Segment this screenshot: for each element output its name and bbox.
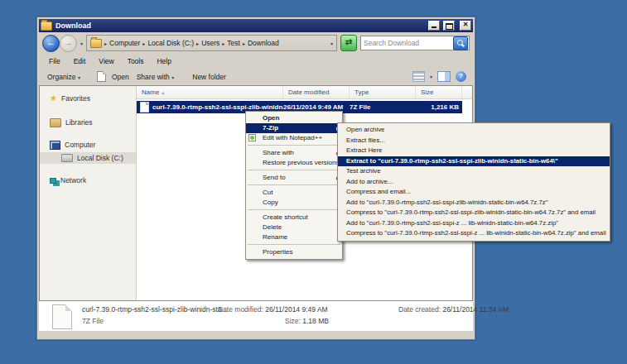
- search-input[interactable]: [361, 39, 453, 47]
- back-button[interactable]: [42, 35, 60, 52]
- views-icon[interactable]: [412, 71, 425, 82]
- breadcrumb-separator-icon: [104, 39, 107, 47]
- submenu-item-compress-to-zip-and-email[interactable]: Compress to "curl-7.39.0-rtmp-ssh2-ssl-s…: [338, 228, 610, 239]
- refresh-icon[interactable]: [340, 35, 357, 51]
- open-file-icon: [97, 71, 106, 82]
- help-icon[interactable]: [456, 71, 466, 82]
- breadcrumb-item-local-disk[interactable]: Local Disk (C:): [147, 39, 194, 47]
- file-size-cell: 1,216 KB: [416, 103, 459, 111]
- file-date-cell: 26/11/2014 9:49 AM: [283, 103, 350, 111]
- breadcrumb-separator-icon: [222, 39, 224, 47]
- breadcrumb-item-test[interactable]: Test: [227, 39, 240, 47]
- sidebar-item-libraries[interactable]: Libraries: [40, 117, 136, 128]
- context-menu-item-delete[interactable]: Delete: [246, 223, 342, 232]
- details-date-created: Date created: 26/11/2014 11:34 AM: [398, 305, 509, 314]
- minimize-button[interactable]: [428, 21, 440, 31]
- views-dropdown-icon[interactable]: ▾: [430, 74, 432, 79]
- context-menu-item-send-to[interactable]: Send to: [246, 173, 342, 183]
- sidebar-item-computer[interactable]: Computer: [40, 139, 136, 151]
- menu-edit[interactable]: Edit: [67, 57, 93, 65]
- column-header-date-modified[interactable]: Date modified: [283, 86, 350, 98]
- breadcrumb[interactable]: Computer Local Disk (C:) Users Test Down…: [86, 35, 337, 51]
- breadcrumb-separator-icon: [243, 39, 245, 47]
- breadcrumb-folder-icon: [90, 39, 102, 48]
- details-file-type: 7Z File: [82, 317, 104, 325]
- breadcrumb-separator-icon: [196, 39, 199, 47]
- preview-pane-icon[interactable]: [437, 71, 451, 82]
- file-name: curl-7.39.0-rtmp-ssh2-ssl-sspi-zlib-wini…: [152, 103, 283, 111]
- notepad-plus-plus-icon: [248, 134, 256, 141]
- submenu-item-compress-to-7z-and-email[interactable]: Compress to "curl-7.39.0-rtmp-ssh2-ssl-s…: [338, 208, 610, 218]
- sidebar-item-network[interactable]: Network: [40, 175, 136, 186]
- column-header-size[interactable]: Size: [416, 86, 462, 98]
- sidebar-item-label: Computer: [65, 141, 95, 149]
- column-headers: Name Date modified Type Size: [137, 86, 472, 99]
- submenu-item-compress-and-email[interactable]: Compress and email...: [338, 187, 610, 198]
- maximize-button[interactable]: [443, 21, 455, 31]
- file-type-cell: 7Z File: [350, 103, 416, 111]
- submenu-item-extract-files[interactable]: Extract files...: [338, 136, 610, 146]
- organize-button[interactable]: Organize ▾: [46, 71, 82, 83]
- column-header-filler: [462, 86, 472, 98]
- search-icon[interactable]: [453, 36, 468, 50]
- nav-history-chevron-icon[interactable]: ▾: [80, 41, 83, 46]
- menu-separator: [248, 184, 340, 185]
- forward-button[interactable]: [60, 35, 77, 52]
- titlebar[interactable]: Download: [39, 19, 473, 32]
- sidebar-item-favorites[interactable]: ★ Favorites: [40, 93, 136, 104]
- context-menu-item-restore-previous-versions[interactable]: Restore previous versions: [246, 158, 342, 168]
- menu-separator: [248, 244, 340, 245]
- context-menu-item-create-shortcut[interactable]: Create shortcut: [246, 213, 342, 223]
- context-menu-item-rename[interactable]: Rename: [246, 232, 342, 242]
- sidebar-item-label: Favorites: [61, 94, 90, 103]
- breadcrumb-separator-icon: [142, 39, 145, 47]
- breadcrumb-item-users[interactable]: Users: [201, 39, 219, 47]
- menu-tools[interactable]: Tools: [121, 57, 151, 65]
- menu-view[interactable]: View: [92, 57, 120, 65]
- menu-file[interactable]: File: [42, 57, 67, 65]
- close-button[interactable]: [460, 21, 471, 31]
- menu-separator: [248, 170, 340, 170]
- sort-ascending-icon: [162, 89, 164, 96]
- open-button[interactable]: Open: [110, 71, 131, 83]
- context-menu-item-cut[interactable]: Cut: [246, 188, 342, 198]
- address-bar: ▾ Computer Local Disk (C:) Users Test Do…: [39, 32, 473, 54]
- context-menu-item-edit-with-notepadpp[interactable]: Edit with Notepad++: [246, 133, 342, 143]
- command-toolbar: Organize ▾ Open Share with ▾ New folder …: [39, 68, 473, 85]
- submenu-item-extract-to[interactable]: Extract to "curl-7.39.0-rtmp-ssh2-ssl-ss…: [338, 156, 610, 167]
- context-menu: Open 7-Zip Edit with Notepad++ Share wit…: [245, 111, 343, 260]
- desktop: Download ▾ Computer Local Disk (C:) User…: [0, 0, 627, 364]
- menu-help[interactable]: Help: [150, 57, 177, 65]
- navigation-pane: ★ Favorites Libraries Computer Local Dis…: [40, 86, 137, 300]
- sidebar-item-label: Libraries: [65, 118, 93, 127]
- breadcrumb-item-download[interactable]: Download: [248, 39, 279, 47]
- window-folder-icon: [41, 22, 52, 31]
- 7zip-submenu: Open archive Extract files... Extract He…: [337, 122, 610, 242]
- file-preview-icon: [52, 304, 72, 329]
- breadcrumb-item-computer[interactable]: Computer: [109, 39, 140, 47]
- computer-icon: [50, 141, 60, 150]
- context-menu-item-open[interactable]: Open: [246, 113, 342, 123]
- sidebar-item-local-disk[interactable]: Local Disk (C:): [40, 152, 136, 164]
- column-header-name[interactable]: Name: [137, 86, 283, 98]
- submenu-item-add-to-zip[interactable]: Add to "curl-7.39.0-rtmp-ssh2-ssl-sspi-z…: [338, 218, 610, 229]
- search-box: [360, 36, 470, 50]
- submenu-item-open-archive[interactable]: Open archive: [338, 125, 610, 136]
- submenu-item-add-to-archive[interactable]: Add to archive...: [338, 177, 610, 188]
- menu-separator: [248, 145, 340, 146]
- share-with-button[interactable]: Share with ▾: [135, 71, 176, 83]
- context-menu-item-properties[interactable]: Properties: [246, 247, 342, 257]
- address-dropdown-icon[interactable]: ▾: [330, 41, 333, 46]
- context-menu-item-share-with[interactable]: Share with: [246, 148, 342, 158]
- sidebar-item-label: Network: [60, 176, 86, 184]
- favorites-star-icon: ★: [50, 94, 57, 103]
- submenu-item-test-archive[interactable]: Test archive: [338, 166, 610, 177]
- context-menu-item-copy[interactable]: Copy: [246, 198, 342, 208]
- submenu-item-extract-here[interactable]: Extract Here: [338, 146, 610, 156]
- context-menu-item-7zip[interactable]: 7-Zip: [246, 123, 342, 133]
- chevron-down-icon: ▾: [171, 75, 174, 80]
- column-header-type[interactable]: Type: [350, 86, 416, 98]
- submenu-item-add-to-7z[interactable]: Add to "curl-7.39.0-rtmp-ssh2-ssl-sspi-z…: [338, 198, 610, 208]
- new-folder-button[interactable]: New folder: [191, 71, 228, 83]
- sidebar-item-label: Local Disk (C:): [77, 154, 123, 162]
